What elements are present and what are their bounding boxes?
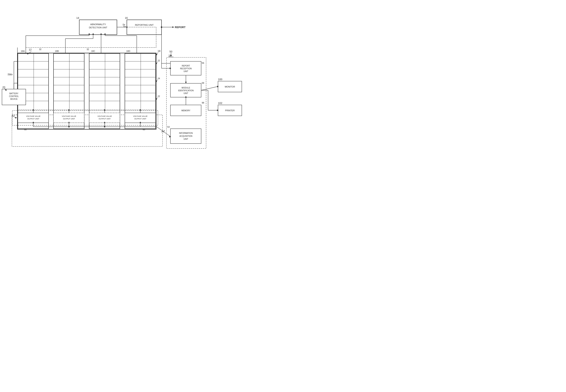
module-id-3: UNIT <box>183 92 188 94</box>
sa-label-2: Sa <box>122 23 125 26</box>
arrow-reception-module <box>185 82 187 83</box>
svg-line-53 <box>201 86 218 90</box>
ref-102: 102 <box>218 102 222 105</box>
ref-14: 14 <box>76 16 79 19</box>
voltage-label-3b: OUTPUT UNIT <box>99 118 111 120</box>
sb-label-2: Sb <box>8 73 11 76</box>
ref-18C: 18C <box>91 50 95 52</box>
arrow-22a <box>156 63 157 64</box>
ref-32a: 32 <box>39 48 41 51</box>
arrow-v1-up <box>32 109 34 111</box>
info-acq-3: UNIT <box>183 138 188 140</box>
ref-58: 58 <box>202 82 204 84</box>
ref-18: 18 <box>158 50 160 53</box>
ref-54: 54 <box>167 126 170 128</box>
memory-label: MEMORY <box>181 110 191 112</box>
ref-100: 100 <box>218 78 222 81</box>
ref-56: 56 <box>202 62 204 64</box>
ref-12: 12 <box>29 48 31 51</box>
voltage-label-1: VOLTAGE VALUE <box>26 115 41 117</box>
monitor-label: MONITOR <box>225 85 235 88</box>
reporting-label-1: REPORTING UNIT <box>135 24 154 26</box>
abnormality-label-1: ABNORMALITY <box>90 23 106 26</box>
svg-line-86 <box>157 127 170 136</box>
battery-ctrl-3: DEVICE <box>10 98 18 100</box>
ref-50: 50 <box>169 50 172 53</box>
battery-ctrl-1: BATTERY <box>9 92 18 95</box>
module-id-2: IDENTIFICATION <box>178 89 194 92</box>
module-id-1: MODULE <box>182 87 190 89</box>
ref-24: 24 <box>158 77 160 80</box>
ref-18B: 18B <box>55 50 59 52</box>
dot-v2-bottom <box>68 126 70 127</box>
ref-60a: 60 <box>24 128 27 131</box>
ref-60b: 60 <box>143 128 145 131</box>
info-acq-2: ACQUISITION <box>179 135 192 137</box>
report-label: REPORT <box>175 26 185 29</box>
arrow-52 <box>15 117 17 119</box>
report-reception-3: UNIT <box>183 70 188 72</box>
printer-label: PRINTER <box>225 109 235 112</box>
ref-16: 16 <box>125 16 128 19</box>
abnormality-label-2: DETECTION UNIT <box>89 26 107 29</box>
dot-v3-bottom <box>104 126 105 127</box>
voltage-label-4b: OUTPUT UNIT <box>134 118 147 120</box>
report-reception-2: RECEPTION <box>180 68 192 70</box>
ref-18A: 18A <box>21 50 25 52</box>
ref-98: 98 <box>202 102 204 104</box>
arrow-v3-up <box>104 109 105 111</box>
voltage-label-4: VOLTAGE VALUE <box>133 115 148 117</box>
voltage-label-1b: OUTPUT UNIT <box>27 118 39 120</box>
ref-20: 20 <box>2 86 5 89</box>
voltage-label-2: VOLTAGE VALUE <box>62 115 76 117</box>
voltage-label-2b: OUTPUT UNIT <box>63 118 75 120</box>
arrow-report <box>172 26 174 28</box>
ref-18D: 18D <box>126 50 130 52</box>
ref-22a: 22 <box>158 59 160 62</box>
voltage-label-3: VOLTAGE VALUE <box>98 115 112 117</box>
report-reception-1: REPORT <box>182 65 190 67</box>
battery-ctrl-2: CONTROL <box>9 95 19 98</box>
ref-22b: 22 <box>158 95 160 98</box>
arrow-22b <box>156 98 157 100</box>
arrow-24 <box>156 81 157 82</box>
arrow-v2-up <box>68 109 70 111</box>
ref-32b: 32 <box>87 48 89 51</box>
info-acq-1: INFORMATION <box>179 132 193 134</box>
arrow-v4-up <box>139 109 141 111</box>
